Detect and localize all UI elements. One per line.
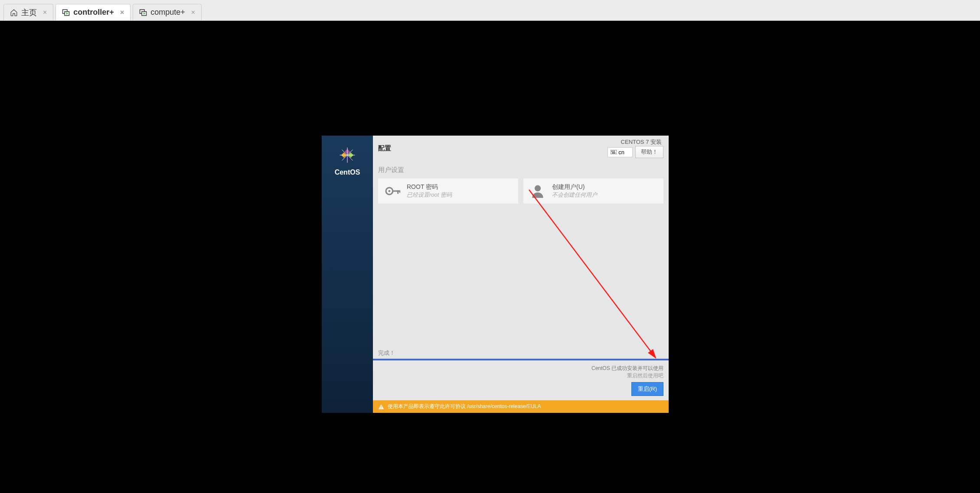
- tab-compute[interactable]: compute+ ×: [133, 4, 202, 20]
- tab-bar: 主页 × controller+ × compute+ ×: [0, 0, 980, 21]
- svg-rect-26: [381, 408, 381, 409]
- settings-cards: ROOT 密码 已经设置root 密码 创建用户(U) 不会创建任何用户: [373, 178, 669, 204]
- close-icon[interactable]: ×: [191, 9, 195, 16]
- install-status-line1: CentOS 已成功安装并可以使用: [378, 365, 663, 372]
- create-user-subtitle: 不会创建任何用户: [552, 191, 597, 199]
- eula-notice[interactable]: 使用本产品即表示遵守此许可协议 /usr/share/centos-releas…: [373, 400, 669, 413]
- install-status-line2: 重启然后使用吧: [378, 372, 663, 379]
- vm-console: CentOS 配置 CENTOS 7 安装 cn 帮助！: [0, 21, 980, 493]
- keyboard-layout-indicator[interactable]: cn: [608, 147, 633, 157]
- svg-rect-18: [612, 152, 615, 153]
- close-icon[interactable]: ×: [43, 9, 47, 16]
- progress-complete-label: 完成！: [373, 346, 669, 359]
- svg-rect-22: [397, 190, 399, 194]
- svg-rect-15: [611, 151, 612, 152]
- centos-brand-text: CentOS: [335, 169, 360, 176]
- installer-header: 配置 CENTOS 7 安装 cn 帮助！: [373, 136, 669, 161]
- root-password-subtitle: 已经设置root 密码: [407, 191, 452, 199]
- root-password-card[interactable]: ROOT 密码 已经设置root 密码: [378, 178, 518, 204]
- centos-installer-window: CentOS 配置 CENTOS 7 安装 cn 帮助！: [322, 136, 669, 413]
- root-password-title: ROOT 密码: [407, 183, 452, 191]
- tab-label: controller+: [73, 8, 114, 17]
- svg-rect-25: [381, 406, 381, 408]
- progress-section: 完成！ CentOS 已成功安装并可以使用 重启然后使用吧 重启(R) 使用本产…: [373, 346, 669, 413]
- help-button[interactable]: 帮助！: [635, 146, 663, 158]
- home-icon: [10, 9, 18, 16]
- create-user-card[interactable]: 创建用户(U) 不会创建任何用户: [523, 178, 663, 204]
- installer-sidebar: CentOS: [322, 136, 373, 413]
- svg-rect-16: [613, 151, 614, 152]
- svg-rect-23: [399, 190, 400, 193]
- svg-point-20: [389, 190, 391, 192]
- tab-label: 主页: [21, 7, 37, 18]
- console-icon: [62, 9, 70, 16]
- user-settings-heading: 用户设置: [373, 161, 669, 178]
- warning-icon: [378, 404, 384, 410]
- lang-code: cn: [618, 149, 624, 156]
- svg-point-24: [535, 185, 541, 191]
- svg-rect-17: [614, 151, 615, 152]
- key-icon: [384, 183, 401, 199]
- svg-rect-14: [611, 150, 617, 154]
- centos-logo-icon: [336, 144, 358, 166]
- reboot-button[interactable]: 重启(R): [631, 382, 663, 396]
- tab-label: compute+: [150, 8, 185, 17]
- create-user-title: 创建用户(U): [552, 183, 597, 191]
- install-title: CENTOS 7 安装: [621, 138, 662, 146]
- eula-text: 使用本产品即表示遵守此许可协议 /usr/share/centos-releas…: [388, 403, 541, 410]
- installer-main-panel: 配置 CENTOS 7 安装 cn 帮助！ 用户设置: [373, 136, 669, 413]
- config-title: 配置: [378, 144, 391, 152]
- tab-home[interactable]: 主页 ×: [3, 4, 53, 20]
- tab-controller[interactable]: controller+ ×: [56, 4, 131, 20]
- console-icon: [139, 9, 147, 16]
- close-icon[interactable]: ×: [120, 9, 124, 16]
- user-icon: [529, 183, 546, 199]
